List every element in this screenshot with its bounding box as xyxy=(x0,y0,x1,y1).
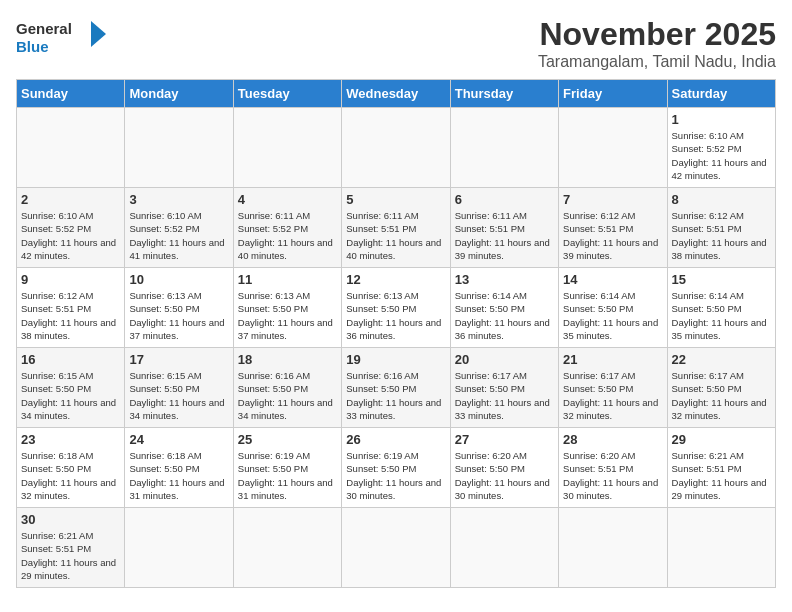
table-row: 14Sunrise: 6:14 AM Sunset: 5:50 PM Dayli… xyxy=(559,268,667,348)
day-sun-info: Sunrise: 6:21 AM Sunset: 5:51 PM Dayligh… xyxy=(21,529,120,582)
table-row: 24Sunrise: 6:18 AM Sunset: 5:50 PM Dayli… xyxy=(125,428,233,508)
table-row xyxy=(450,508,558,588)
svg-text:Blue: Blue xyxy=(16,38,49,55)
day-number: 29 xyxy=(672,432,771,447)
day-sun-info: Sunrise: 6:12 AM Sunset: 5:51 PM Dayligh… xyxy=(563,209,662,262)
day-number: 26 xyxy=(346,432,445,447)
table-row: 17Sunrise: 6:15 AM Sunset: 5:50 PM Dayli… xyxy=(125,348,233,428)
table-row: 8Sunrise: 6:12 AM Sunset: 5:51 PM Daylig… xyxy=(667,188,775,268)
table-row: 6Sunrise: 6:11 AM Sunset: 5:51 PM Daylig… xyxy=(450,188,558,268)
day-number: 11 xyxy=(238,272,337,287)
table-row: 12Sunrise: 6:13 AM Sunset: 5:50 PM Dayli… xyxy=(342,268,450,348)
day-number: 2 xyxy=(21,192,120,207)
day-number: 27 xyxy=(455,432,554,447)
table-row: 30Sunrise: 6:21 AM Sunset: 5:51 PM Dayli… xyxy=(17,508,125,588)
table-row: 1Sunrise: 6:10 AM Sunset: 5:52 PM Daylig… xyxy=(667,108,775,188)
day-sun-info: Sunrise: 6:12 AM Sunset: 5:51 PM Dayligh… xyxy=(672,209,771,262)
table-row: 19Sunrise: 6:16 AM Sunset: 5:50 PM Dayli… xyxy=(342,348,450,428)
table-row: 13Sunrise: 6:14 AM Sunset: 5:50 PM Dayli… xyxy=(450,268,558,348)
table-row: 20Sunrise: 6:17 AM Sunset: 5:50 PM Dayli… xyxy=(450,348,558,428)
day-sun-info: Sunrise: 6:17 AM Sunset: 5:50 PM Dayligh… xyxy=(563,369,662,422)
svg-marker-2 xyxy=(91,21,106,47)
day-number: 20 xyxy=(455,352,554,367)
day-sun-info: Sunrise: 6:12 AM Sunset: 5:51 PM Dayligh… xyxy=(21,289,120,342)
day-sun-info: Sunrise: 6:13 AM Sunset: 5:50 PM Dayligh… xyxy=(238,289,337,342)
table-row: 9Sunrise: 6:12 AM Sunset: 5:51 PM Daylig… xyxy=(17,268,125,348)
table-row xyxy=(17,108,125,188)
table-row xyxy=(342,508,450,588)
day-number: 24 xyxy=(129,432,228,447)
day-sun-info: Sunrise: 6:16 AM Sunset: 5:50 PM Dayligh… xyxy=(346,369,445,422)
day-number: 5 xyxy=(346,192,445,207)
calendar-week-row: 16Sunrise: 6:15 AM Sunset: 5:50 PM Dayli… xyxy=(17,348,776,428)
day-sun-info: Sunrise: 6:15 AM Sunset: 5:50 PM Dayligh… xyxy=(129,369,228,422)
day-number: 14 xyxy=(563,272,662,287)
day-number: 1 xyxy=(672,112,771,127)
col-wednesday: Wednesday xyxy=(342,80,450,108)
svg-text:General: General xyxy=(16,20,72,37)
day-sun-info: Sunrise: 6:11 AM Sunset: 5:51 PM Dayligh… xyxy=(346,209,445,262)
day-number: 21 xyxy=(563,352,662,367)
table-row: 11Sunrise: 6:13 AM Sunset: 5:50 PM Dayli… xyxy=(233,268,341,348)
calendar-week-row: 30Sunrise: 6:21 AM Sunset: 5:51 PM Dayli… xyxy=(17,508,776,588)
day-sun-info: Sunrise: 6:11 AM Sunset: 5:52 PM Dayligh… xyxy=(238,209,337,262)
table-row: 21Sunrise: 6:17 AM Sunset: 5:50 PM Dayli… xyxy=(559,348,667,428)
table-row xyxy=(233,108,341,188)
title-block: November 2025 Taramangalam, Tamil Nadu, … xyxy=(538,16,776,71)
table-row: 29Sunrise: 6:21 AM Sunset: 5:51 PM Dayli… xyxy=(667,428,775,508)
col-saturday: Saturday xyxy=(667,80,775,108)
day-sun-info: Sunrise: 6:13 AM Sunset: 5:50 PM Dayligh… xyxy=(346,289,445,342)
table-row xyxy=(125,108,233,188)
day-number: 9 xyxy=(21,272,120,287)
table-row: 5Sunrise: 6:11 AM Sunset: 5:51 PM Daylig… xyxy=(342,188,450,268)
month-title: November 2025 xyxy=(538,16,776,53)
day-sun-info: Sunrise: 6:21 AM Sunset: 5:51 PM Dayligh… xyxy=(672,449,771,502)
table-row xyxy=(559,108,667,188)
day-number: 10 xyxy=(129,272,228,287)
table-row: 28Sunrise: 6:20 AM Sunset: 5:51 PM Dayli… xyxy=(559,428,667,508)
page-header: General Blue November 2025 Taramangalam,… xyxy=(16,16,776,71)
day-sun-info: Sunrise: 6:17 AM Sunset: 5:50 PM Dayligh… xyxy=(455,369,554,422)
day-sun-info: Sunrise: 6:14 AM Sunset: 5:50 PM Dayligh… xyxy=(563,289,662,342)
day-number: 16 xyxy=(21,352,120,367)
day-number: 22 xyxy=(672,352,771,367)
day-number: 8 xyxy=(672,192,771,207)
table-row xyxy=(233,508,341,588)
day-sun-info: Sunrise: 6:15 AM Sunset: 5:50 PM Dayligh… xyxy=(21,369,120,422)
table-row: 10Sunrise: 6:13 AM Sunset: 5:50 PM Dayli… xyxy=(125,268,233,348)
day-number: 7 xyxy=(563,192,662,207)
day-number: 15 xyxy=(672,272,771,287)
calendar-week-row: 2Sunrise: 6:10 AM Sunset: 5:52 PM Daylig… xyxy=(17,188,776,268)
day-number: 4 xyxy=(238,192,337,207)
col-monday: Monday xyxy=(125,80,233,108)
day-number: 6 xyxy=(455,192,554,207)
day-sun-info: Sunrise: 6:19 AM Sunset: 5:50 PM Dayligh… xyxy=(346,449,445,502)
table-row: 27Sunrise: 6:20 AM Sunset: 5:50 PM Dayli… xyxy=(450,428,558,508)
table-row: 25Sunrise: 6:19 AM Sunset: 5:50 PM Dayli… xyxy=(233,428,341,508)
day-sun-info: Sunrise: 6:18 AM Sunset: 5:50 PM Dayligh… xyxy=(129,449,228,502)
logo: General Blue xyxy=(16,16,116,61)
day-sun-info: Sunrise: 6:10 AM Sunset: 5:52 PM Dayligh… xyxy=(672,129,771,182)
table-row: 18Sunrise: 6:16 AM Sunset: 5:50 PM Dayli… xyxy=(233,348,341,428)
table-row xyxy=(125,508,233,588)
day-number: 13 xyxy=(455,272,554,287)
table-row xyxy=(559,508,667,588)
location: Taramangalam, Tamil Nadu, India xyxy=(538,53,776,71)
day-sun-info: Sunrise: 6:14 AM Sunset: 5:50 PM Dayligh… xyxy=(672,289,771,342)
col-sunday: Sunday xyxy=(17,80,125,108)
table-row: 16Sunrise: 6:15 AM Sunset: 5:50 PM Dayli… xyxy=(17,348,125,428)
day-sun-info: Sunrise: 6:19 AM Sunset: 5:50 PM Dayligh… xyxy=(238,449,337,502)
table-row: 23Sunrise: 6:18 AM Sunset: 5:50 PM Dayli… xyxy=(17,428,125,508)
day-number: 12 xyxy=(346,272,445,287)
day-sun-info: Sunrise: 6:20 AM Sunset: 5:50 PM Dayligh… xyxy=(455,449,554,502)
day-sun-info: Sunrise: 6:11 AM Sunset: 5:51 PM Dayligh… xyxy=(455,209,554,262)
day-number: 17 xyxy=(129,352,228,367)
table-row: 7Sunrise: 6:12 AM Sunset: 5:51 PM Daylig… xyxy=(559,188,667,268)
col-thursday: Thursday xyxy=(450,80,558,108)
table-row xyxy=(667,508,775,588)
day-number: 23 xyxy=(21,432,120,447)
day-number: 25 xyxy=(238,432,337,447)
logo-svg: General Blue xyxy=(16,16,116,61)
col-tuesday: Tuesday xyxy=(233,80,341,108)
calendar-table: Sunday Monday Tuesday Wednesday Thursday… xyxy=(16,79,776,588)
